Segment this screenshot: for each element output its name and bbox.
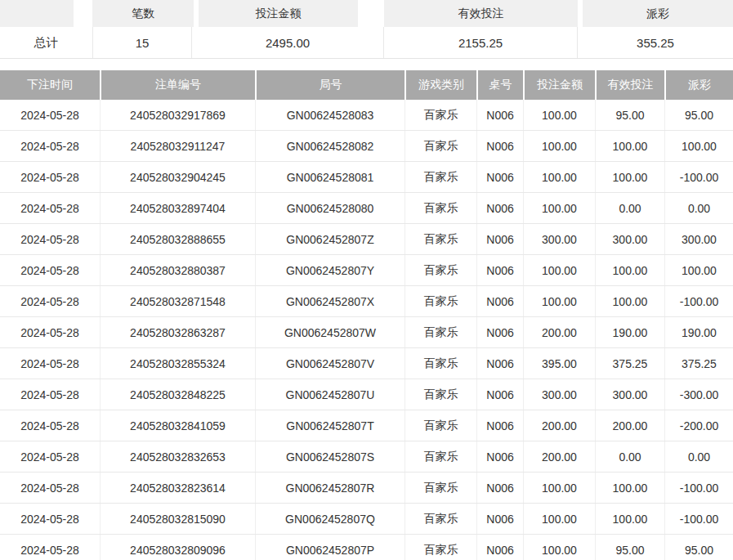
cell-payout: 375.25 <box>664 348 733 379</box>
cell-bet-id: 240528032841059 <box>100 410 255 441</box>
cell-game-type: 百家乐 <box>404 162 476 192</box>
cell-game-type: 百家乐 <box>404 100 476 130</box>
cell-bet-amount: 200.00 <box>523 441 595 472</box>
cell-bet-amount: 100.00 <box>523 535 595 560</box>
cell-payout: -300.00 <box>664 379 733 410</box>
cell-valid-bet: 0.00 <box>595 441 664 472</box>
table-row: 2024-05-28 240528032917869 GN00624528083… <box>0 100 733 131</box>
cell-table-no: N006 <box>476 379 523 410</box>
column-header-bet-amount: 投注金额 <box>523 70 595 100</box>
table-row: 2024-05-28 240528032871548 GN0062452807X… <box>0 286 733 317</box>
cell-bet-amount: 300.00 <box>523 379 595 410</box>
cell-payout: 300.00 <box>664 224 733 254</box>
cell-round-id: GN0062452807T <box>255 410 404 441</box>
cell-bet-time: 2024-05-28 <box>0 317 100 347</box>
cell-game-type: 百家乐 <box>404 193 476 223</box>
cell-round-id: GN0062452807W <box>255 317 404 347</box>
cell-payout: -100.00 <box>664 162 733 192</box>
cell-bet-id: 240528032897404 <box>100 193 255 223</box>
cell-payout: -100.00 <box>664 286 733 316</box>
cell-bet-amount: 100.00 <box>523 473 595 503</box>
summary-table: 笔数 投注金额 有效投注 派彩 总计 15 2495.00 2155.25 35… <box>0 0 733 59</box>
cell-payout: -100.00 <box>664 504 733 534</box>
cell-bet-id: 240528032888655 <box>100 224 255 254</box>
cell-table-no: N006 <box>476 224 523 254</box>
table-row: 2024-05-28 240528032888655 GN0062452807Z… <box>0 224 733 255</box>
cell-bet-id: 240528032911247 <box>100 131 255 161</box>
cell-valid-bet: 190.00 <box>595 317 664 347</box>
cell-bet-time: 2024-05-28 <box>0 348 100 379</box>
table-row: 2024-05-28 240528032809096 GN0062452807P… <box>0 535 733 560</box>
cell-bet-time: 2024-05-28 <box>0 255 100 285</box>
cell-bet-time: 2024-05-28 <box>0 441 100 472</box>
cell-valid-bet: 0.00 <box>595 193 664 223</box>
column-header-valid-bet: 有效投注 <box>595 70 664 100</box>
cell-valid-bet: 200.00 <box>595 410 664 441</box>
cell-bet-id: 240528032823614 <box>100 473 255 503</box>
cell-round-id: GN0062452807Z <box>255 224 404 254</box>
cell-bet-id: 240528032880387 <box>100 255 255 285</box>
cell-bet-amount: 100.00 <box>523 286 595 316</box>
cell-bet-time: 2024-05-28 <box>0 473 100 503</box>
table-row: 2024-05-28 240528032832653 GN0062452807S… <box>0 441 733 473</box>
cell-bet-amount: 100.00 <box>523 131 595 161</box>
cell-valid-bet: 95.00 <box>595 100 664 130</box>
cell-valid-bet: 100.00 <box>595 255 664 285</box>
summary-header-blank <box>0 0 74 27</box>
cell-round-id: GN0062452807X <box>255 286 404 316</box>
cell-round-id: GN00624528082 <box>255 131 404 161</box>
cell-game-type: 百家乐 <box>404 410 476 441</box>
table-row: 2024-05-28 240528032863287 GN0062452807W… <box>0 317 733 348</box>
summary-total-row: 总计 15 2495.00 2155.25 355.25 <box>0 27 733 59</box>
cell-bet-id: 240528032832653 <box>100 441 255 472</box>
column-header-round-id: 局号 <box>255 70 404 100</box>
cell-payout: 100.00 <box>664 131 733 161</box>
table-row: 2024-05-28 240528032911247 GN00624528082… <box>0 131 733 162</box>
cell-game-type: 百家乐 <box>404 535 476 560</box>
cell-table-no: N006 <box>476 473 523 503</box>
table-row: 2024-05-28 240528032897404 GN00624528080… <box>0 193 733 224</box>
cell-payout: -200.00 <box>664 410 733 441</box>
table-row: 2024-05-28 240528032848225 GN0062452807U… <box>0 379 733 410</box>
cell-bet-id: 240528032809096 <box>100 535 255 560</box>
cell-bet-amount: 200.00 <box>523 410 595 441</box>
cell-valid-bet: 100.00 <box>595 131 664 161</box>
cell-bet-id: 240528032855324 <box>100 348 255 379</box>
cell-bet-id: 240528032815090 <box>100 504 255 534</box>
table-row: 2024-05-28 240528032823614 GN0062452807R… <box>0 473 733 504</box>
cell-game-type: 百家乐 <box>404 224 476 254</box>
cell-table-no: N006 <box>476 317 523 347</box>
cell-game-type: 百家乐 <box>404 286 476 316</box>
cell-bet-id: 240528032904245 <box>100 162 255 192</box>
cell-bet-time: 2024-05-28 <box>0 286 100 316</box>
summary-header-row: 笔数 投注金额 有效投注 派彩 <box>0 0 733 27</box>
column-header-game-type: 游戏类别 <box>404 70 476 100</box>
cell-bet-time: 2024-05-28 <box>0 504 100 534</box>
cell-round-id: GN00624528080 <box>255 193 404 223</box>
cell-bet-time: 2024-05-28 <box>0 162 100 192</box>
cell-game-type: 百家乐 <box>404 131 476 161</box>
cell-payout: 0.00 <box>664 441 733 472</box>
cell-valid-bet: 300.00 <box>595 379 664 410</box>
cell-table-no: N006 <box>476 100 523 130</box>
cell-valid-bet: 300.00 <box>595 224 664 254</box>
cell-game-type: 百家乐 <box>404 317 476 347</box>
cell-game-type: 百家乐 <box>404 379 476 410</box>
cell-table-no: N006 <box>476 348 523 379</box>
cell-table-no: N006 <box>476 504 523 534</box>
cell-bet-time: 2024-05-28 <box>0 131 100 161</box>
cell-bet-amount: 395.00 <box>523 348 595 379</box>
table-row: 2024-05-28 240528032880387 GN0062452807Y… <box>0 255 733 286</box>
cell-table-no: N006 <box>476 131 523 161</box>
cell-game-type: 百家乐 <box>404 441 476 472</box>
cell-table-no: N006 <box>476 193 523 223</box>
bet-report-page: 笔数 投注金额 有效投注 派彩 总计 15 2495.00 2155.25 35… <box>0 0 733 560</box>
cell-payout: -100.00 <box>664 473 733 503</box>
cell-bet-amount: 200.00 <box>523 317 595 347</box>
cell-round-id: GN0062452807R <box>255 473 404 503</box>
cell-bet-id: 240528032871548 <box>100 286 255 316</box>
column-header-bet-id: 注单编号 <box>100 70 255 100</box>
cell-round-id: GN0062452807Y <box>255 255 404 285</box>
section-gap <box>0 59 733 70</box>
cell-table-no: N006 <box>476 255 523 285</box>
